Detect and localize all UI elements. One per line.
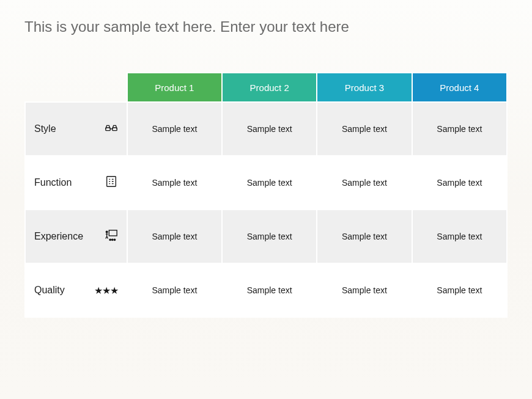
svg-rect-2 xyxy=(106,176,116,186)
row-label-quality: Quality xyxy=(34,285,65,296)
table-cell: Sample text xyxy=(127,263,222,317)
table-cell: Sample text xyxy=(412,156,507,210)
table-cell: Sample text xyxy=(127,156,222,210)
table-cell: Sample text xyxy=(222,263,317,317)
svg-point-7 xyxy=(114,239,115,240)
column-header-product-4: Product 4 xyxy=(412,73,507,102)
table-row: Experience Sample text Sample text Sampl… xyxy=(25,210,507,263)
row-label-experience: Experience xyxy=(34,231,83,242)
slide-title: This is your sample text here. Enter you… xyxy=(24,18,520,35)
svg-point-6 xyxy=(111,239,113,240)
svg-rect-1 xyxy=(113,128,117,131)
svg-rect-3 xyxy=(109,230,117,235)
column-header-product-3: Product 3 xyxy=(317,73,412,102)
table-cell: Sample text xyxy=(317,263,412,317)
column-header-product-2: Product 2 xyxy=(222,73,317,102)
table-cell: Sample text xyxy=(412,210,507,263)
svg-point-5 xyxy=(109,239,111,240)
glasses-icon xyxy=(105,121,118,137)
table-cell: Sample text xyxy=(412,102,507,156)
table-cell: Sample text xyxy=(412,263,507,317)
comparison-table: Product 1 Product 2 Product 3 Product 4 … xyxy=(24,72,508,318)
table-cell: Sample text xyxy=(127,210,222,263)
svg-rect-0 xyxy=(106,128,110,131)
row-label-style: Style xyxy=(34,123,56,134)
svg-point-4 xyxy=(106,231,108,233)
table-cell: Sample text xyxy=(222,102,317,156)
table-row: Function Sample text Sample text Sample … xyxy=(25,156,507,210)
column-header-product-1: Product 1 xyxy=(127,73,222,102)
table-cell: Sample text xyxy=(222,156,317,210)
table-row: Quality ★★★ Sample text Sample text Samp… xyxy=(25,263,507,317)
table-cell: Sample text xyxy=(317,102,412,156)
table-blank-header xyxy=(25,73,127,102)
stars-icon: ★★★ xyxy=(94,285,118,296)
row-label-function: Function xyxy=(34,177,72,188)
presentation-icon xyxy=(105,229,118,245)
table-row: Style Sample text Sample text Sample tex… xyxy=(25,102,507,156)
table-cell: Sample text xyxy=(222,210,317,263)
table-cell: Sample text xyxy=(317,156,412,210)
table-cell: Sample text xyxy=(127,102,222,156)
checklist-icon xyxy=(105,175,118,191)
table-cell: Sample text xyxy=(317,210,412,263)
